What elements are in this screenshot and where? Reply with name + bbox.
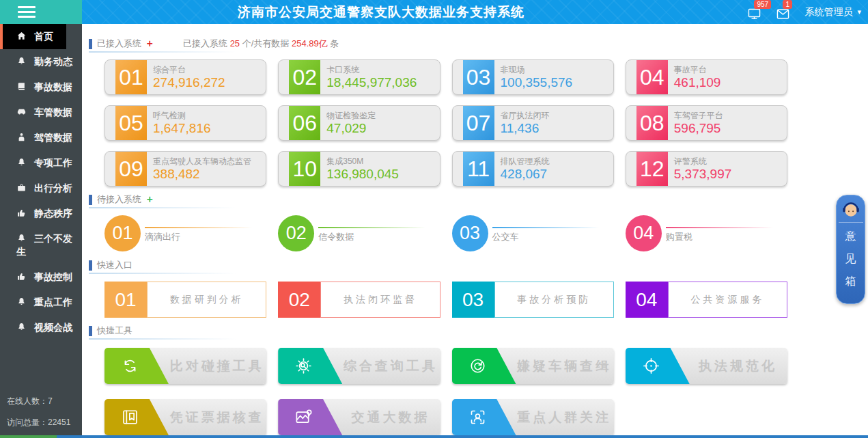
section-bar — [89, 326, 92, 336]
feedback-char: 见 — [845, 252, 856, 266]
pending-info: 滴滴出行 — [145, 215, 266, 252]
pending-circle: 03 — [452, 215, 488, 251]
system-card-info: 综合平台274,916,272 — [153, 60, 225, 94]
pending-system-04[interactable]: 04购置税 — [626, 215, 787, 252]
sidebar-item-driver-data[interactable]: 驾管数据 — [0, 125, 82, 150]
system-card-info: 重点驾驶人及车辆动态监管388,482 — [153, 152, 251, 186]
chevron-down-icon: ▾ — [857, 8, 861, 16]
pending-system-01[interactable]: 01滴滴出行 — [104, 215, 266, 252]
sidebar-item-duty-status[interactable]: 勤务动态 — [0, 49, 82, 74]
pending-circle: 02 — [278, 215, 314, 251]
system-card-number: 04 — [636, 60, 668, 94]
tool-button[interactable]: 交通大数据 — [278, 399, 440, 435]
person-icon — [16, 132, 27, 142]
tools-grid: 比对碰撞工具综合查询工具嫌疑车辆查缉执法规范化凭证票据核查交通大数据重点人群关注 — [104, 348, 787, 435]
visit-total: 访问总量：22451 — [7, 417, 70, 428]
menu-toggle-button[interactable] — [18, 6, 36, 18]
sidebar-item-travel-analysis[interactable]: 出行分析 — [0, 176, 82, 201]
system-card-03[interactable]: 03非现场100,355,576 — [452, 59, 614, 95]
pending-system-03[interactable]: 03公交车 — [452, 215, 614, 252]
car-icon — [16, 107, 27, 117]
quick-entry-box: 执法闭环监督 — [320, 282, 440, 318]
quick-entry-number: 01 — [104, 282, 147, 318]
system-card-10[interactable]: 10集成350M136,980,045 — [278, 151, 440, 187]
bell-icon — [16, 297, 27, 307]
system-card-05[interactable]: 05呼气检测1,647,816 — [104, 105, 266, 141]
quick-entry-02[interactable]: 02执法闭环监督 — [278, 282, 440, 318]
topbar-brand-area — [0, 0, 82, 24]
map-data-icon — [278, 399, 342, 435]
sidebar-item-static-order[interactable]: 静态秩序 — [0, 201, 82, 226]
system-card-02[interactable]: 02卡口系统18,445,977,036 — [278, 59, 440, 95]
sidebar-item-label: 车管数据 — [34, 107, 72, 118]
monitor-notification-button[interactable]: 957 — [747, 5, 762, 20]
section-bar — [89, 195, 92, 205]
user-menu[interactable]: 系统管理员 ▾ — [804, 6, 861, 18]
system-card-name: 集成350M — [326, 156, 399, 167]
tool-button[interactable]: 执法规范化 — [626, 348, 787, 384]
thumb-icon — [16, 271, 27, 282]
tool-name: 比对碰撞工具 — [173, 348, 261, 384]
sidebar-nav: 首页勤务动态事故数据车管数据驾管数据专项工作出行分析静态秩序三个不发生事故控制重… — [0, 24, 82, 340]
system-card-name: 呼气检测 — [153, 111, 211, 121]
system-card-11[interactable]: 11排队管理系统428,067 — [452, 151, 614, 187]
sidebar-item-accident-control[interactable]: 事故控制 — [0, 264, 82, 290]
recycle-icon — [104, 348, 169, 384]
quick-entry-name: 事故分析预防 — [517, 294, 591, 306]
system-card-name: 卡口系统 — [326, 65, 417, 75]
sidebar-item-vehicle-data[interactable]: 车管数据 — [0, 100, 82, 125]
system-card-07[interactable]: 07省厅执法闭环11,436 — [452, 105, 614, 141]
system-card-12[interactable]: 12评警系统5,373,997 — [626, 151, 787, 187]
tool-button[interactable]: 凭证票据核查 — [104, 399, 266, 435]
sidebar-item-special-work[interactable]: 专项工作 — [0, 150, 82, 176]
system-card-number: 09 — [115, 152, 147, 186]
tool-button[interactable]: 嫌疑车辆查缉 — [452, 348, 614, 384]
user-name: 系统管理员 — [804, 6, 852, 18]
quick-entry-number: 02 — [278, 282, 320, 318]
tool-name: 综合查询工具 — [346, 348, 434, 384]
quick-entry-03[interactable]: 03事故分析预防 — [452, 282, 614, 318]
feedback-box-button[interactable]: 意见箱 — [836, 195, 865, 304]
sidebar-item-label: 驾管数据 — [34, 132, 72, 143]
sidebar-item-label: 事故数据 — [34, 81, 72, 92]
system-card-08[interactable]: 08车驾管子平台596,795 — [626, 105, 787, 141]
quick-entry-number: 03 — [452, 282, 494, 318]
tool-button[interactable]: 重点人群关注 — [452, 399, 614, 435]
pending-name: 信令数据 — [318, 231, 440, 243]
scrollbar-thumb[interactable] — [0, 435, 57, 438]
system-card-04[interactable]: 04事故平台461,109 — [626, 59, 787, 95]
horizontal-scrollbar[interactable] — [0, 435, 868, 438]
system-card-value: 5,373,997 — [674, 167, 732, 182]
tool-button[interactable]: 综合查询工具 — [278, 348, 440, 384]
add-pending-system-icon[interactable]: ＋ — [145, 193, 154, 206]
system-card-info: 省厅执法闭环11,436 — [501, 106, 550, 140]
system-card-09[interactable]: 09重点驾驶人及车辆动态监管388,482 — [104, 151, 266, 187]
sidebar-item-label: 首页 — [34, 31, 53, 42]
system-card-number: 03 — [463, 60, 494, 94]
quick-entry-04[interactable]: 04公共资源服务 — [626, 282, 787, 318]
tool-button[interactable]: 比对碰撞工具 — [104, 348, 266, 384]
feedback-char: 箱 — [845, 275, 856, 289]
system-card-info: 非现场100,355,576 — [501, 60, 573, 94]
sidebar-item-label: 重点工作 — [34, 297, 72, 307]
mail-button[interactable]: 1 — [776, 5, 791, 20]
system-card-01[interactable]: 01综合平台274,916,272 — [104, 59, 266, 95]
sidebar-item-video-campaign[interactable]: 视频会战 — [0, 315, 82, 340]
pending-systems-grid: 01滴滴出行02信令数据03公交车04购置税 — [104, 215, 787, 252]
system-card-06[interactable]: 06物证检验鉴定47,029 — [278, 105, 440, 141]
system-card-value: 100,355,576 — [501, 75, 573, 90]
section-header-connected: 已接入系统 ＋ 已接入系统 25 个/共有数据 254.89亿 条 — [89, 38, 868, 50]
pending-info: 信令数据 — [318, 215, 440, 252]
sidebar-item-key-work[interactable]: 重点工作 — [0, 290, 82, 315]
sidebar-item-home[interactable]: 首页 — [0, 24, 66, 49]
sidebar-item-accident-data[interactable]: 事故数据 — [0, 74, 82, 100]
system-card-value: 274,916,272 — [153, 75, 225, 90]
sidebar-item-three-no[interactable]: 三个不发生 — [0, 226, 82, 264]
section-underline — [89, 338, 236, 340]
home-icon — [16, 31, 27, 41]
add-system-icon[interactable]: ＋ — [145, 38, 154, 50]
pending-system-02[interactable]: 02信令数据 — [278, 215, 440, 252]
section-header-quick-entry: 快速入口 — [89, 259, 868, 271]
pending-circle: 01 — [104, 215, 141, 251]
quick-entry-01[interactable]: 01数据研判分析 — [104, 282, 266, 318]
